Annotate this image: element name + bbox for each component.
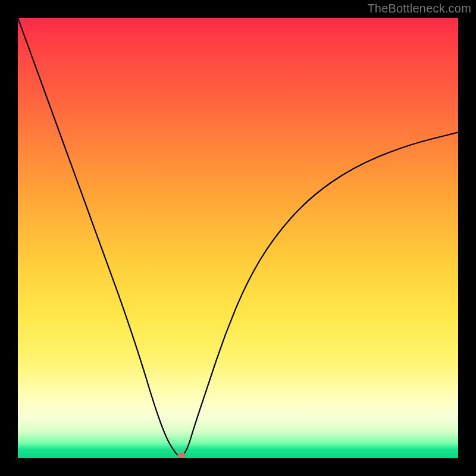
- curve-svg: [18, 18, 458, 458]
- bottleneck-curve: [18, 18, 458, 456]
- chart-stage: TheBottleneck.com: [0, 0, 476, 476]
- watermark-text: TheBottleneck.com: [367, 2, 471, 15]
- plot-area: [18, 18, 458, 458]
